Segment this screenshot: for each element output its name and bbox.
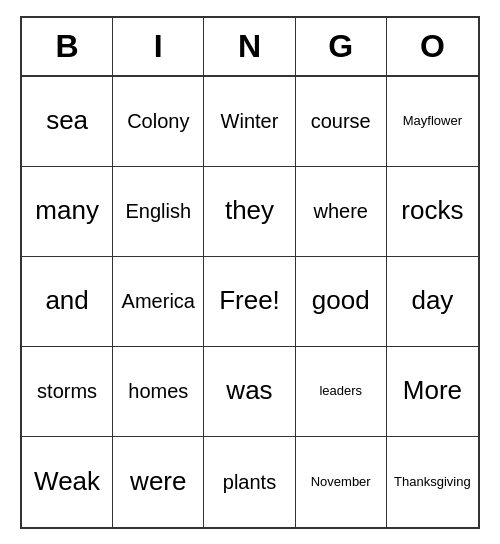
bingo-cell-16[interactable]: homes <box>113 347 204 437</box>
bingo-cell-10[interactable]: and <box>22 257 113 347</box>
bingo-cell-20[interactable]: Weak <box>22 437 113 527</box>
cell-text-1: Colony <box>127 109 189 133</box>
cell-text-2: Winter <box>221 109 279 133</box>
cell-text-17: was <box>226 375 272 406</box>
cell-text-7: they <box>225 195 274 226</box>
bingo-grid: seaColonyWintercourseMayflowermanyEnglis… <box>22 77 478 527</box>
bingo-cell-19[interactable]: More <box>387 347 478 437</box>
header-letter-O: O <box>387 18 478 75</box>
cell-text-11: America <box>122 289 195 313</box>
cell-text-8: where <box>313 199 367 223</box>
bingo-cell-4[interactable]: Mayflower <box>387 77 478 167</box>
bingo-cell-24[interactable]: Thanksgiving <box>387 437 478 527</box>
bingo-cell-17[interactable]: was <box>204 347 295 437</box>
bingo-cell-2[interactable]: Winter <box>204 77 295 167</box>
cell-text-9: rocks <box>401 195 463 226</box>
bingo-header: BINGO <box>22 18 478 77</box>
bingo-cell-15[interactable]: storms <box>22 347 113 437</box>
cell-text-6: English <box>125 199 191 223</box>
bingo-cell-8[interactable]: where <box>296 167 387 257</box>
bingo-cell-11[interactable]: America <box>113 257 204 347</box>
bingo-cell-22[interactable]: plants <box>204 437 295 527</box>
bingo-cell-9[interactable]: rocks <box>387 167 478 257</box>
cell-text-16: homes <box>128 379 188 403</box>
cell-text-12: Free! <box>219 285 280 316</box>
cell-text-19: More <box>403 375 462 406</box>
cell-text-3: course <box>311 109 371 133</box>
header-letter-I: I <box>113 18 204 75</box>
cell-text-18: leaders <box>319 383 362 399</box>
bingo-cell-14[interactable]: day <box>387 257 478 347</box>
bingo-cell-3[interactable]: course <box>296 77 387 167</box>
cell-text-21: were <box>130 466 186 497</box>
bingo-cell-12[interactable]: Free! <box>204 257 295 347</box>
cell-text-20: Weak <box>34 466 100 497</box>
header-letter-N: N <box>204 18 295 75</box>
cell-text-4: Mayflower <box>403 113 462 129</box>
bingo-cell-13[interactable]: good <box>296 257 387 347</box>
bingo-cell-18[interactable]: leaders <box>296 347 387 437</box>
cell-text-10: and <box>45 285 88 316</box>
cell-text-24: Thanksgiving <box>394 474 471 490</box>
cell-text-23: November <box>311 474 371 490</box>
header-letter-B: B <box>22 18 113 75</box>
cell-text-0: sea <box>46 105 88 136</box>
cell-text-13: good <box>312 285 370 316</box>
bingo-card: BINGO seaColonyWintercourseMayflowermany… <box>20 16 480 529</box>
cell-text-22: plants <box>223 470 276 494</box>
bingo-cell-7[interactable]: they <box>204 167 295 257</box>
bingo-cell-1[interactable]: Colony <box>113 77 204 167</box>
bingo-cell-0[interactable]: sea <box>22 77 113 167</box>
bingo-cell-5[interactable]: many <box>22 167 113 257</box>
cell-text-15: storms <box>37 379 97 403</box>
bingo-cell-21[interactable]: were <box>113 437 204 527</box>
header-letter-G: G <box>296 18 387 75</box>
cell-text-14: day <box>411 285 453 316</box>
cell-text-5: many <box>35 195 99 226</box>
bingo-cell-6[interactable]: English <box>113 167 204 257</box>
bingo-cell-23[interactable]: November <box>296 437 387 527</box>
